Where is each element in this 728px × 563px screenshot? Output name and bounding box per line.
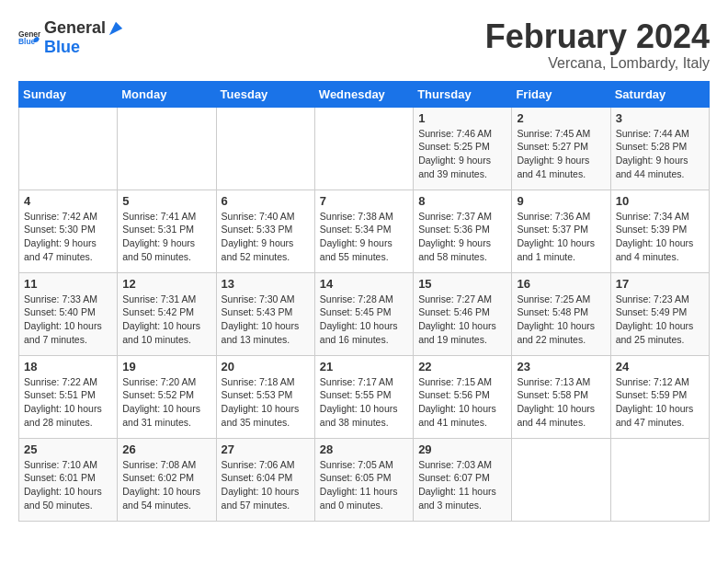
- calendar-cell: 11Sunrise: 7:33 AM Sunset: 5:40 PM Dayli…: [19, 272, 118, 355]
- day-info: Sunrise: 7:10 AM Sunset: 6:01 PM Dayligh…: [24, 458, 112, 512]
- logo: General Blue General Blue: [18, 18, 124, 57]
- day-info: Sunrise: 7:45 AM Sunset: 5:27 PM Dayligh…: [517, 127, 605, 181]
- week-row-2: 4Sunrise: 7:42 AM Sunset: 5:30 PM Daylig…: [19, 190, 710, 272]
- logo-general-text: General: [44, 18, 106, 38]
- location-title: Vercana, Lombardy, Italy: [485, 55, 710, 72]
- week-row-1: 1Sunrise: 7:46 AM Sunset: 5:25 PM Daylig…: [19, 107, 710, 190]
- day-number: 1: [418, 111, 506, 125]
- weekday-header-saturday: Saturday: [610, 81, 709, 107]
- day-info: Sunrise: 7:34 AM Sunset: 5:39 PM Dayligh…: [616, 210, 704, 264]
- calendar-cell: 8Sunrise: 7:37 AM Sunset: 5:36 PM Daylig…: [414, 190, 512, 272]
- calendar-cell: 4Sunrise: 7:42 AM Sunset: 5:30 PM Daylig…: [19, 190, 118, 272]
- weekday-header-sunday: Sunday: [19, 81, 118, 107]
- month-title: February 2024: [485, 18, 710, 55]
- calendar-cell: 25Sunrise: 7:10 AM Sunset: 6:01 PM Dayli…: [19, 438, 118, 521]
- day-number: 25: [24, 442, 112, 456]
- logo-triangle-icon: [108, 20, 124, 37]
- day-info: Sunrise: 7:31 AM Sunset: 5:42 PM Dayligh…: [122, 293, 210, 347]
- day-info: Sunrise: 7:37 AM Sunset: 5:36 PM Dayligh…: [418, 210, 506, 264]
- day-number: 4: [24, 194, 112, 208]
- day-number: 9: [517, 194, 605, 208]
- day-info: Sunrise: 7:18 AM Sunset: 5:53 PM Dayligh…: [222, 375, 310, 430]
- calendar-cell: 2Sunrise: 7:45 AM Sunset: 5:27 PM Daylig…: [512, 107, 610, 190]
- calendar-cell: 22Sunrise: 7:15 AM Sunset: 5:56 PM Dayli…: [414, 355, 512, 438]
- day-number: 27: [222, 442, 310, 456]
- day-number: 12: [122, 277, 210, 291]
- week-row-5: 25Sunrise: 7:10 AM Sunset: 6:01 PM Dayli…: [19, 438, 710, 521]
- calendar-cell: 9Sunrise: 7:36 AM Sunset: 5:37 PM Daylig…: [512, 190, 610, 272]
- day-info: Sunrise: 7:08 AM Sunset: 6:02 PM Dayligh…: [122, 458, 210, 512]
- day-number: 19: [122, 360, 210, 373]
- calendar-cell: [118, 107, 216, 190]
- day-number: 26: [122, 442, 210, 456]
- day-info: Sunrise: 7:28 AM Sunset: 5:45 PM Dayligh…: [320, 293, 408, 347]
- day-number: 24: [616, 360, 704, 373]
- calendar-cell: [216, 107, 314, 190]
- day-number: 10: [616, 194, 704, 208]
- calendar-cell: 17Sunrise: 7:23 AM Sunset: 5:49 PM Dayli…: [610, 272, 709, 355]
- day-info: Sunrise: 7:06 AM Sunset: 6:04 PM Dayligh…: [222, 458, 310, 512]
- day-info: Sunrise: 7:13 AM Sunset: 5:58 PM Dayligh…: [517, 375, 605, 430]
- svg-text:Blue: Blue: [18, 37, 36, 46]
- calendar-cell: 5Sunrise: 7:41 AM Sunset: 5:31 PM Daylig…: [118, 190, 216, 272]
- day-number: 20: [222, 360, 310, 373]
- day-info: Sunrise: 7:44 AM Sunset: 5:28 PM Dayligh…: [616, 127, 704, 181]
- day-info: Sunrise: 7:27 AM Sunset: 5:46 PM Dayligh…: [418, 293, 506, 347]
- day-number: 8: [418, 194, 506, 208]
- day-number: 29: [418, 442, 506, 456]
- day-info: Sunrise: 7:40 AM Sunset: 5:33 PM Dayligh…: [222, 210, 310, 264]
- day-number: 5: [122, 194, 210, 208]
- calendar-cell: 14Sunrise: 7:28 AM Sunset: 5:45 PM Dayli…: [314, 272, 413, 355]
- day-number: 17: [616, 277, 704, 291]
- weekday-header-row: SundayMondayTuesdayWednesdayThursdayFrid…: [19, 81, 710, 107]
- day-number: 2: [517, 111, 605, 125]
- calendar-cell: 7Sunrise: 7:38 AM Sunset: 5:34 PM Daylig…: [314, 190, 413, 272]
- calendar-cell: 6Sunrise: 7:40 AM Sunset: 5:33 PM Daylig…: [216, 190, 314, 272]
- logo-icon: General Blue: [18, 27, 40, 49]
- week-row-4: 18Sunrise: 7:22 AM Sunset: 5:51 PM Dayli…: [19, 355, 710, 438]
- logo-blue-text: Blue: [44, 38, 80, 56]
- day-info: Sunrise: 7:33 AM Sunset: 5:40 PM Dayligh…: [24, 293, 112, 347]
- day-info: Sunrise: 7:20 AM Sunset: 5:52 PM Dayligh…: [122, 375, 210, 430]
- day-info: Sunrise: 7:05 AM Sunset: 6:05 PM Dayligh…: [320, 458, 408, 512]
- day-info: Sunrise: 7:03 AM Sunset: 6:07 PM Dayligh…: [418, 458, 506, 512]
- weekday-header-tuesday: Tuesday: [216, 81, 314, 107]
- calendar-cell: [512, 438, 610, 521]
- day-info: Sunrise: 7:36 AM Sunset: 5:37 PM Dayligh…: [517, 210, 605, 264]
- calendar-cell: 19Sunrise: 7:20 AM Sunset: 5:52 PM Dayli…: [118, 355, 216, 438]
- weekday-header-monday: Monday: [118, 81, 216, 107]
- calendar-cell: 13Sunrise: 7:30 AM Sunset: 5:43 PM Dayli…: [216, 272, 314, 355]
- day-number: 21: [320, 360, 408, 373]
- calendar-cell: 20Sunrise: 7:18 AM Sunset: 5:53 PM Dayli…: [216, 355, 314, 438]
- day-info: Sunrise: 7:12 AM Sunset: 5:59 PM Dayligh…: [616, 375, 704, 430]
- header: General Blue General Blue February 2024 …: [18, 18, 710, 72]
- day-info: Sunrise: 7:30 AM Sunset: 5:43 PM Dayligh…: [222, 293, 310, 347]
- day-number: 28: [320, 442, 408, 456]
- day-number: 6: [222, 194, 310, 208]
- day-number: 15: [418, 277, 506, 291]
- day-number: 16: [517, 277, 605, 291]
- calendar-cell: 1Sunrise: 7:46 AM Sunset: 5:25 PM Daylig…: [414, 107, 512, 190]
- day-info: Sunrise: 7:46 AM Sunset: 5:25 PM Dayligh…: [418, 127, 506, 181]
- weekday-header-wednesday: Wednesday: [314, 81, 413, 107]
- calendar-cell: 23Sunrise: 7:13 AM Sunset: 5:58 PM Dayli…: [512, 355, 610, 438]
- day-number: 7: [320, 194, 408, 208]
- calendar-cell: 29Sunrise: 7:03 AM Sunset: 6:07 PM Dayli…: [414, 438, 512, 521]
- day-info: Sunrise: 7:41 AM Sunset: 5:31 PM Dayligh…: [122, 210, 210, 264]
- svg-marker-2: [109, 21, 122, 34]
- day-info: Sunrise: 7:17 AM Sunset: 5:55 PM Dayligh…: [320, 375, 408, 430]
- calendar-cell: 12Sunrise: 7:31 AM Sunset: 5:42 PM Dayli…: [118, 272, 216, 355]
- calendar-cell: 26Sunrise: 7:08 AM Sunset: 6:02 PM Dayli…: [118, 438, 216, 521]
- calendar-cell: [314, 107, 413, 190]
- calendar-cell: 3Sunrise: 7:44 AM Sunset: 5:28 PM Daylig…: [610, 107, 709, 190]
- week-row-3: 11Sunrise: 7:33 AM Sunset: 5:40 PM Dayli…: [19, 272, 710, 355]
- day-info: Sunrise: 7:38 AM Sunset: 5:34 PM Dayligh…: [320, 210, 408, 264]
- day-info: Sunrise: 7:15 AM Sunset: 5:56 PM Dayligh…: [418, 375, 506, 430]
- day-info: Sunrise: 7:22 AM Sunset: 5:51 PM Dayligh…: [24, 375, 112, 430]
- calendar-cell: [19, 107, 118, 190]
- calendar-cell: [610, 438, 709, 521]
- calendar-cell: 21Sunrise: 7:17 AM Sunset: 5:55 PM Dayli…: [314, 355, 413, 438]
- day-number: 3: [616, 111, 704, 125]
- day-number: 23: [517, 360, 605, 373]
- calendar-cell: 16Sunrise: 7:25 AM Sunset: 5:48 PM Dayli…: [512, 272, 610, 355]
